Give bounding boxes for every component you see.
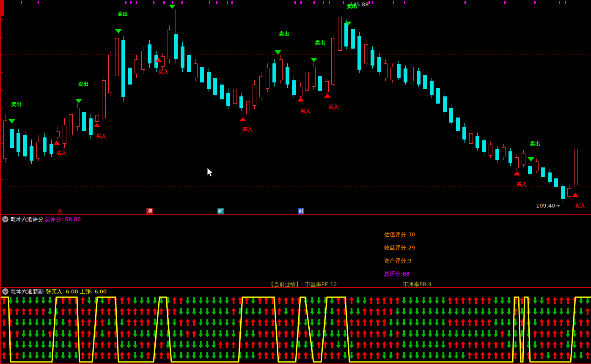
axis-tick xyxy=(0,55,3,55)
up-arrow xyxy=(251,319,256,326)
candle xyxy=(292,80,296,95)
candle xyxy=(371,50,374,66)
down-arrow xyxy=(41,352,46,359)
candle xyxy=(344,23,348,47)
down-arrow xyxy=(303,297,308,304)
candle-wick xyxy=(274,82,275,87)
up-arrow xyxy=(238,319,242,326)
candle xyxy=(509,151,512,163)
down-arrow xyxy=(166,319,170,326)
main-candlestick-pane[interactable]: 卖出卖出卖出卖出卖出卖出卖出买入买入买入买入买入买入买入买入 145.88 卖出… xyxy=(0,0,591,215)
candle-wick xyxy=(104,118,104,120)
left-axis-highlight-bar xyxy=(0,0,4,16)
candle xyxy=(135,59,138,74)
up-arrow xyxy=(454,341,459,348)
down-arrow xyxy=(526,319,531,326)
score-pane[interactable]: 乾坤六道评分 总评分: 68.00 估值评分:30 收益评分:29 资产评分:9… xyxy=(0,215,591,287)
collapse-pane-icon[interactable] xyxy=(2,216,8,222)
arrow-indicator-pane[interactable]: 乾坤六道新副 张买入: 6.00 上张: 6.00 xyxy=(0,287,591,363)
candle-wick xyxy=(143,47,143,51)
down-arrow xyxy=(402,330,407,337)
candle-wick xyxy=(5,159,5,163)
magenta-tick xyxy=(163,1,165,4)
down-arrow xyxy=(48,352,52,359)
down-arrow xyxy=(225,319,229,326)
up-arrow xyxy=(389,341,393,348)
up-arrow xyxy=(264,319,269,326)
down-arrow xyxy=(434,352,439,359)
up-arrow xyxy=(179,297,184,304)
candle-wick xyxy=(143,70,143,74)
candle xyxy=(43,137,47,152)
up-arrow xyxy=(566,297,570,304)
candle-wick xyxy=(320,91,320,93)
candle-wick xyxy=(418,68,419,71)
up-arrow xyxy=(87,352,92,359)
up-arrow xyxy=(572,297,577,304)
low-price-annotation: 109.40→ xyxy=(536,203,560,209)
up-arrow xyxy=(303,330,308,337)
candle-wick xyxy=(222,99,222,102)
up-arrow xyxy=(133,319,137,326)
down-arrow xyxy=(303,319,308,326)
up-arrow xyxy=(336,352,341,359)
collapse-pane-icon[interactable] xyxy=(2,288,8,295)
up-arrow xyxy=(126,319,131,326)
down-arrow xyxy=(8,297,13,304)
down-arrow xyxy=(310,319,315,326)
buy-signal-label: 买入 xyxy=(575,203,585,209)
candle xyxy=(220,85,224,99)
up-arrow xyxy=(395,341,400,348)
down-arrow xyxy=(198,319,203,326)
down-arrow xyxy=(120,319,124,326)
up-arrow xyxy=(520,352,525,359)
down-arrow xyxy=(28,352,33,359)
candle xyxy=(181,47,184,68)
down-arrow xyxy=(330,297,334,304)
axis-tick xyxy=(0,126,3,126)
candle-wick xyxy=(346,47,346,50)
up-arrow xyxy=(395,330,400,337)
up-arrow xyxy=(290,330,295,337)
up-arrow xyxy=(100,352,105,359)
down-arrow xyxy=(441,319,446,326)
up-arrow xyxy=(461,319,465,326)
candle-wick xyxy=(432,95,432,98)
down-arrow xyxy=(343,352,347,359)
up-arrow xyxy=(323,341,328,348)
down-arrow xyxy=(539,297,544,304)
up-arrow xyxy=(93,352,98,359)
candle-wick xyxy=(458,131,458,134)
candle xyxy=(226,93,230,106)
down-arrow xyxy=(185,341,190,348)
buy-signal-label: 买入 xyxy=(242,126,253,132)
pane-separator xyxy=(0,287,591,288)
down-arrow xyxy=(526,330,531,337)
down-arrow xyxy=(107,319,111,326)
candle xyxy=(469,133,473,144)
candle-wick xyxy=(359,70,360,73)
down-arrow xyxy=(363,297,367,304)
down-arrow xyxy=(28,341,33,348)
candle xyxy=(364,44,368,63)
up-arrow xyxy=(349,297,354,304)
down-arrow xyxy=(61,319,66,326)
up-arrow xyxy=(395,352,400,359)
up-arrow xyxy=(330,341,334,348)
candle xyxy=(567,188,571,197)
up-arrow xyxy=(146,319,151,326)
candle-wick xyxy=(497,160,498,162)
candle-wick xyxy=(372,47,373,50)
up-arrow xyxy=(467,352,472,359)
magenta-tick xyxy=(181,1,183,4)
down-arrow xyxy=(343,341,347,348)
up-arrow xyxy=(245,319,249,326)
candle xyxy=(515,157,519,168)
up-arrow xyxy=(126,297,131,304)
magenta-tick xyxy=(227,1,228,4)
sell-signal-label: 卖出 xyxy=(11,101,22,107)
up-arrow xyxy=(8,319,13,326)
down-arrow xyxy=(172,341,177,348)
up-arrow xyxy=(113,352,118,359)
axis-tick xyxy=(0,179,3,180)
